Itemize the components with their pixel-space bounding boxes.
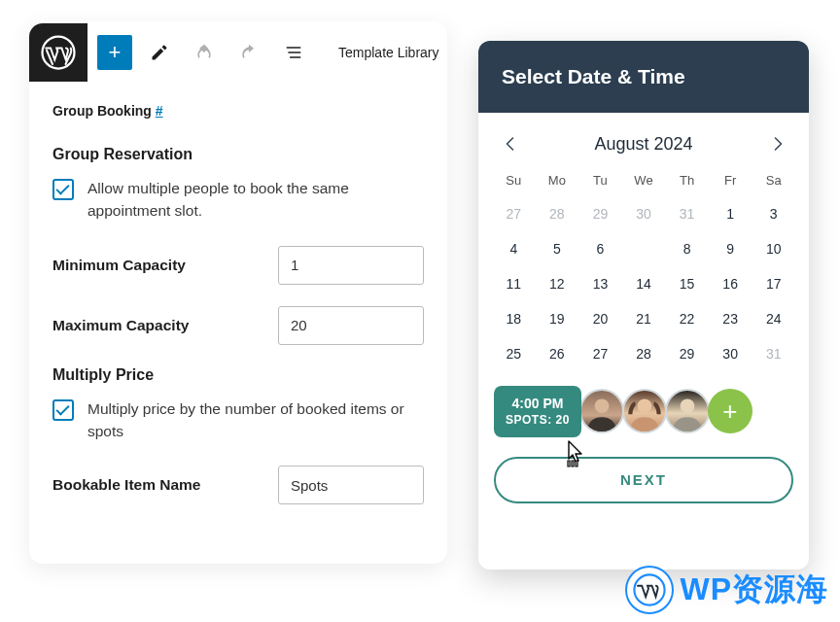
calendar-day[interactable]: 26 — [536, 339, 579, 368]
allow-multiple-label: Allow multiple people to book the same a… — [88, 177, 424, 223]
calendar-weekday-header: We — [622, 167, 666, 193]
widget-header-title: Select Date & Time — [502, 65, 685, 88]
timeslot-row: 4:00 PM SPOTS: 20 + — [478, 368, 809, 449]
svg-point-4 — [635, 574, 665, 605]
calendar-day[interactable]: 18 — [492, 304, 536, 333]
section-group-reservation: Group Reservation — [52, 146, 424, 163]
allow-multiple-checkbox[interactable] — [52, 179, 74, 200]
calendar-day[interactable]: 30 — [622, 199, 666, 228]
timeslot-time: 4:00 PM — [506, 396, 570, 413]
prev-month-button[interactable] — [496, 130, 523, 157]
calendar-day[interactable]: 29 — [578, 199, 622, 228]
edit-button[interactable] — [142, 35, 177, 70]
calendar-day[interactable]: 28 — [536, 199, 579, 228]
watermark: WP资源海 — [625, 566, 828, 614]
calendar-day[interactable]: 3 — [752, 199, 795, 228]
editor-toolbar: + Template Library — [29, 21, 447, 84]
template-library-link[interactable]: Template Library — [338, 45, 439, 60]
bookable-item-label: Bookable Item Name — [52, 476, 200, 494]
calendar-day[interactable]: 6 — [578, 234, 622, 263]
minimum-capacity-row: Minimum Capacity — [52, 246, 424, 285]
calendar-day[interactable]: 21 — [622, 304, 666, 333]
calendar-day[interactable]: 14 — [622, 269, 666, 298]
section-multiply-price: Multiply Price — [52, 366, 424, 384]
calendar-day[interactable]: 15 — [665, 269, 709, 298]
calendar-day[interactable]: 27 — [492, 199, 536, 228]
avatar[interactable] — [622, 389, 667, 433]
calendar-day[interactable]: 31 — [752, 339, 795, 368]
calendar-day[interactable]: 24 — [752, 304, 795, 333]
list-view-button[interactable] — [276, 35, 311, 70]
calendar-day[interactable]: 17 — [752, 269, 795, 298]
calendar-day[interactable]: 9 — [709, 234, 752, 263]
wordpress-editor-panel: + Template Library Group Booking # Group… — [29, 21, 447, 564]
block-name: Group Booking — [52, 103, 152, 119]
calendar-day[interactable]: 31 — [665, 199, 709, 228]
editor-body: Group Booking # Group Reservation Allow … — [29, 84, 447, 545]
calendar-day[interactable]: 5 — [536, 234, 579, 263]
booking-widget-panel: Select Date & Time August 2024 SuMoTuWeT… — [478, 41, 809, 570]
maximum-capacity-label: Maximum Capacity — [52, 317, 189, 334]
calendar-weekday-header: Su — [492, 167, 536, 193]
widget-header: Select Date & Time — [478, 41, 809, 113]
allow-multiple-row: Allow multiple people to book the same a… — [52, 177, 424, 223]
timeslot-spots: SPOTS: 20 — [506, 413, 570, 428]
breadcrumb-link[interactable]: # — [156, 103, 163, 119]
multiply-price-label: Multiply price by the number of booked i… — [88, 397, 424, 443]
maximum-capacity-row: Maximum Capacity — [52, 306, 424, 345]
calendar-day[interactable]: 28 — [622, 339, 666, 368]
calendar-day[interactable]: 25 — [492, 339, 536, 368]
minimum-capacity-input[interactable] — [278, 246, 424, 285]
calendar-day[interactable]: 30 — [709, 339, 752, 368]
calendar-day[interactable]: 12 — [536, 269, 579, 298]
calendar-day[interactable]: 22 — [665, 304, 709, 333]
next-month-button[interactable] — [764, 130, 791, 157]
calendar-day[interactable]: 27 — [578, 339, 622, 368]
calendar-day[interactable]: 1 — [709, 199, 752, 228]
calendar-day[interactable]: 20 — [578, 304, 622, 333]
next-button[interactable]: NEXT — [494, 457, 793, 503]
month-navigation: August 2024 — [478, 113, 809, 167]
multiply-price-checkbox[interactable] — [52, 399, 74, 421]
calendar-weekday-header: Mo — [536, 167, 579, 193]
bookable-item-row: Bookable Item Name — [52, 466, 424, 504]
wordpress-logo[interactable] — [29, 23, 88, 82]
watermark-text: WP资源海 — [680, 569, 828, 611]
calendar-day[interactable]: 4 — [492, 234, 536, 263]
breadcrumb: Group Booking # — [52, 103, 424, 119]
undo-button[interactable] — [187, 35, 222, 70]
calendar-day[interactable]: 10 — [752, 234, 795, 263]
avatar[interactable] — [579, 389, 624, 433]
calendar-day[interactable]: 13 — [578, 269, 622, 298]
calendar-day[interactable]: 11 — [492, 269, 536, 298]
bookable-item-input[interactable] — [278, 466, 424, 504]
month-title: August 2024 — [594, 134, 692, 155]
svg-point-1 — [595, 399, 610, 414]
svg-point-2 — [638, 399, 652, 414]
calendar-day[interactable]: 23 — [709, 304, 752, 333]
calendar-weekday-header: Sa — [752, 167, 795, 193]
svg-point-3 — [681, 399, 695, 414]
calendar-weekday-header: Th — [665, 167, 709, 193]
calendar-day[interactable]: 19 — [536, 304, 579, 333]
calendar-day[interactable]: 29 — [665, 339, 709, 368]
calendar-grid: SuMoTuWeThFrSa27282930311345678910111213… — [478, 167, 809, 368]
timeslot-pill[interactable]: 4:00 PM SPOTS: 20 — [494, 386, 581, 437]
calendar-day[interactable]: 7 — [622, 234, 666, 263]
multiply-price-row: Multiply price by the number of booked i… — [52, 397, 424, 443]
maximum-capacity-input[interactable] — [278, 306, 424, 345]
calendar-weekday-header: Fr — [709, 167, 752, 193]
add-person-button[interactable]: + — [708, 389, 752, 433]
watermark-logo-icon — [625, 566, 674, 614]
calendar-weekday-header: Tu — [578, 167, 622, 193]
calendar-day[interactable]: 16 — [709, 269, 752, 298]
avatar[interactable] — [665, 389, 710, 433]
minimum-capacity-label: Minimum Capacity — [52, 257, 186, 274]
add-block-button[interactable]: + — [97, 35, 132, 70]
redo-button[interactable] — [231, 35, 266, 70]
calendar-day[interactable]: 8 — [665, 234, 709, 263]
